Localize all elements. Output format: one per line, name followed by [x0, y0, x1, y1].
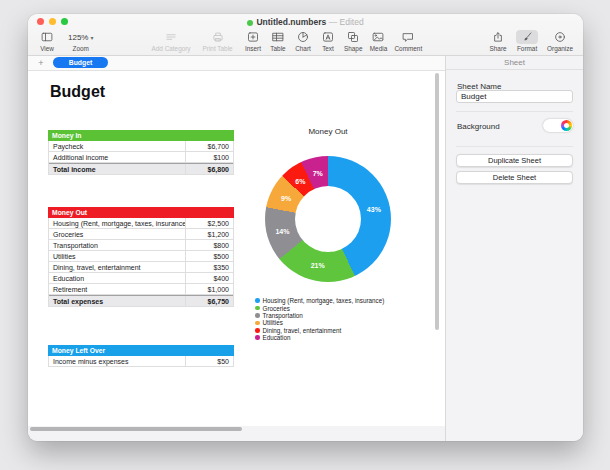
table-header-cell[interactable]: Money Out: [48, 207, 234, 218]
table-row[interactable]: Dining, travel, entertainment$350: [49, 262, 233, 273]
background-color-toggle[interactable]: [543, 119, 573, 132]
table-row[interactable]: Transportation$800: [49, 240, 233, 251]
pie-chart-icon: [297, 30, 309, 44]
legend-color-dot-icon: [255, 298, 260, 303]
row-label-cell[interactable]: Transportation: [49, 240, 185, 250]
sheet-name-input[interactable]: [456, 90, 573, 103]
legend-label: Education: [263, 334, 291, 341]
legend-item: Housing (Rent, mortgage, taxes, insuranc…: [255, 297, 384, 304]
row-value-cell[interactable]: $500: [185, 251, 233, 261]
table-row[interactable]: Additional income$100: [49, 152, 233, 163]
table-money-out[interactable]: Money OutHousing (Rent, mortgage, taxes,…: [48, 207, 234, 307]
row-label-cell[interactable]: Dining, travel, entertainment: [49, 262, 185, 272]
row-label-cell[interactable]: Paycheck: [49, 141, 185, 151]
legend-color-dot-icon: [255, 321, 260, 326]
text-button[interactable]: Text: [319, 30, 337, 52]
table-header-cell[interactable]: Money Left Over: [48, 345, 234, 356]
toolbar: View 125%▾ Zoom Add Category Print Table: [28, 28, 583, 56]
row-value-cell[interactable]: $100: [185, 152, 233, 162]
row-value-cell[interactable]: $800: [185, 240, 233, 250]
row-label-cell[interactable]: Utilities: [49, 251, 185, 261]
zoom-control[interactable]: 125%▾ Zoom: [68, 30, 93, 52]
edited-status: — Edited: [326, 17, 363, 27]
share-button[interactable]: Share: [489, 30, 507, 52]
divider: [456, 111, 573, 112]
legend-label: Utilities: [263, 319, 283, 326]
comment-button[interactable]: Comment: [394, 30, 422, 52]
share-icon: [492, 30, 504, 44]
table-money-in[interactable]: Money InPaycheck$6,700Additional income$…: [48, 130, 234, 175]
add-sheet-button[interactable]: +: [36, 58, 46, 68]
row-value-cell[interactable]: $350: [185, 262, 233, 272]
row-value-cell[interactable]: $6,750: [185, 296, 233, 306]
row-label-cell[interactable]: Education: [49, 273, 185, 283]
row-value-cell[interactable]: $6,800: [185, 164, 233, 174]
table-row[interactable]: Housing (Rent, mortgage, taxes, insuranc…: [49, 218, 233, 229]
row-label-cell[interactable]: Retirement: [49, 284, 185, 294]
donut-hole: [295, 186, 361, 252]
table-row[interactable]: Paycheck$6,700: [49, 141, 233, 152]
horizontal-scrollbar[interactable]: [30, 427, 242, 431]
vertical-scrollbar[interactable]: [435, 73, 439, 330]
sidebar-panels-icon: [41, 30, 53, 44]
table-row[interactable]: Groceries$1,200: [49, 229, 233, 240]
chart-legend: Housing (Rent, mortgage, taxes, insuranc…: [255, 297, 384, 341]
organize-button[interactable]: Organize: [547, 30, 573, 52]
row-value-cell[interactable]: $2,500: [185, 218, 233, 228]
legend-label: Housing (Rent, mortgage, taxes, insuranc…: [263, 297, 385, 304]
row-value-cell[interactable]: $1,000: [185, 284, 233, 294]
slice-percent-label: 43%: [367, 205, 381, 212]
window-chrome: Untitled.numbers — Edited View 125%▾ Zoo…: [28, 14, 583, 56]
legend-item: Utilities: [255, 319, 384, 326]
chart-button[interactable]: Chart: [294, 30, 312, 52]
sheet-tab-budget[interactable]: Budget: [53, 57, 108, 68]
table-row[interactable]: Utilities$500: [49, 251, 233, 262]
row-label-cell[interactable]: Income minus expenses: [49, 356, 185, 366]
canvas-bottom-strip: [28, 426, 445, 441]
row-label-cell[interactable]: Total expenses: [49, 296, 185, 306]
table-money-left-over[interactable]: Money Left OverIncome minus expenses$50: [48, 345, 234, 367]
legend-item: Groceries: [255, 304, 384, 311]
paintbrush-icon: [516, 30, 538, 44]
table-total-row[interactable]: Total income$6,800: [49, 163, 233, 175]
table-button[interactable]: Table: [269, 30, 287, 52]
row-label-cell[interactable]: Groceries: [49, 229, 185, 239]
legend-color-dot-icon: [255, 306, 260, 311]
sidebar-panel-title: Sheet: [446, 56, 583, 70]
numbers-window: Untitled.numbers — Edited View 125%▾ Zoo…: [28, 14, 583, 441]
format-button[interactable]: Format: [516, 30, 538, 52]
table-row[interactable]: Income minus expenses$50: [49, 356, 233, 367]
media-button[interactable]: Media: [369, 30, 387, 52]
insert-button[interactable]: Insert: [244, 30, 262, 52]
table-total-row[interactable]: Total expenses$6,750: [49, 295, 233, 307]
print-table-button: Print Table: [203, 30, 233, 52]
row-label-cell[interactable]: Additional income: [49, 152, 185, 162]
row-value-cell[interactable]: $6,700: [185, 141, 233, 151]
slice-percent-label: 9%: [281, 194, 291, 201]
table-header-cell[interactable]: Money In: [48, 130, 234, 141]
page-title: Budget: [50, 83, 105, 101]
legend-color-dot-icon: [255, 313, 260, 318]
view-button[interactable]: View: [38, 30, 56, 52]
row-value-cell[interactable]: $400: [185, 273, 233, 283]
text-box-icon: [322, 30, 334, 44]
table-row[interactable]: Retirement$1,000: [49, 284, 233, 295]
chart-title: Money Out: [255, 127, 401, 136]
sheet-canvas[interactable]: Budget Money InPaycheck$6,700Additional …: [28, 71, 445, 426]
shapes-icon: [347, 30, 359, 44]
legend-item: Education: [255, 334, 384, 341]
row-label-cell[interactable]: Housing (Rent, mortgage, taxes, insuranc…: [49, 218, 185, 228]
shape-button[interactable]: Shape: [344, 30, 362, 52]
organize-icon: [554, 30, 566, 44]
slice-percent-label: 14%: [275, 227, 289, 234]
legend-color-dot-icon: [255, 335, 260, 340]
table-row[interactable]: Education$400: [49, 273, 233, 284]
legend-item: Dining, travel, entertainment: [255, 327, 384, 334]
delete-sheet-button[interactable]: Delete Sheet: [456, 171, 573, 184]
duplicate-sheet-button[interactable]: Duplicate Sheet: [456, 154, 573, 167]
slice-percent-label: 6%: [295, 177, 305, 184]
donut-chart[interactable]: [265, 156, 391, 282]
row-value-cell[interactable]: $1,200: [185, 229, 233, 239]
row-label-cell[interactable]: Total income: [49, 164, 185, 174]
row-value-cell[interactable]: $50: [185, 356, 233, 366]
